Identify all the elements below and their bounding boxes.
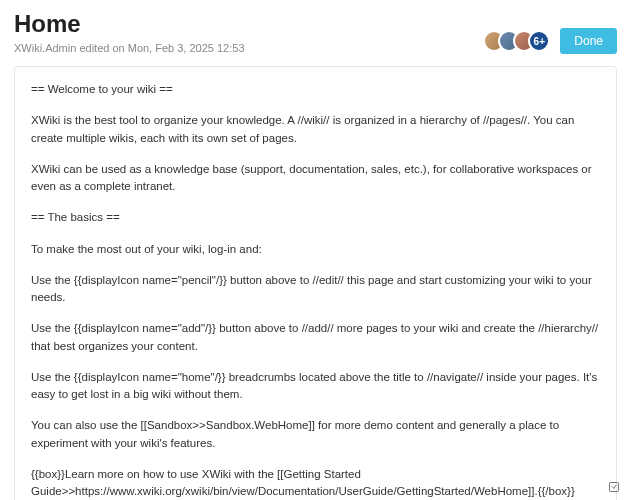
content-line: == Welcome to your wiki == [31, 81, 600, 98]
content-line: You can also use the [[Sandbox>>Sandbox.… [31, 417, 600, 452]
content-line: Use the {{displayIcon name="pencil"/}} b… [31, 272, 600, 307]
content-line: Use the {{displayIcon name="home"/}} bre… [31, 369, 600, 404]
content-line: XWiki can be used as a knowledge base (s… [31, 161, 600, 196]
wiki-source-content: == Welcome to your wiki == XWiki is the … [14, 66, 617, 500]
content-line: {{box}}Learn more on how to use XWiki wi… [31, 466, 600, 500]
contributor-avatars[interactable]: 6+ [483, 30, 550, 52]
avatar-more-count[interactable]: 6+ [528, 30, 550, 52]
content-line: XWiki is the best tool to organize your … [31, 112, 600, 147]
edit-source-icon[interactable] [607, 480, 621, 494]
edit-info: XWiki.Admin edited on Mon, Feb 3, 2025 1… [14, 42, 483, 54]
content-line: Use the {{displayIcon name="add"/}} butt… [31, 320, 600, 355]
content-line: To make the most out of your wiki, log-i… [31, 241, 600, 258]
svg-rect-0 [610, 483, 619, 492]
content-line: == The basics == [31, 209, 600, 226]
page-title: Home [14, 10, 483, 38]
done-button[interactable]: Done [560, 28, 617, 54]
